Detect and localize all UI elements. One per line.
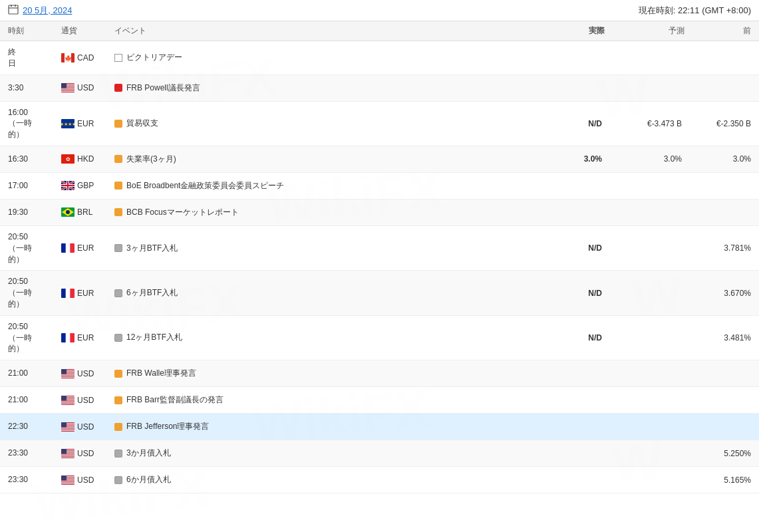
svg-rect-63: [61, 428, 75, 429]
event-currency: USD: [61, 417, 114, 437]
event-table: 終日 🍁 CAD ビクトリアデー 3:30 USD FRB Powell議長発言…: [0, 41, 759, 493]
event-name: 6か月債入札: [114, 469, 525, 491]
currency-code: GBP: [77, 181, 94, 190]
event-time: 22:30: [8, 416, 61, 438]
currency-code: BRL: [77, 207, 92, 217]
event-time: 20:50（一時的）: [8, 316, 61, 360]
importance-medium: [114, 370, 122, 378]
currency-flag: [61, 449, 75, 458]
col-prev: 前: [684, 25, 751, 37]
table-row[interactable]: 3:30 USD FRB Powell議長発言: [0, 75, 759, 102]
event-actual: [525, 53, 605, 63]
svg-rect-41: [61, 333, 66, 342]
table-row[interactable]: 終日 🍁 CAD ビクトリアデー: [0, 41, 759, 75]
event-prev: 3.781%: [684, 238, 751, 258]
currency-code: USD: [77, 369, 94, 378]
event-name: BoE Broadbent金融政策委員会委員スピーチ: [114, 175, 525, 197]
currency-code: EUR: [77, 289, 94, 298]
event-prev: [684, 180, 751, 191]
currency-code: USD: [77, 422, 94, 432]
svg-rect-65: [61, 422, 67, 428]
svg-rect-46: [61, 374, 75, 374]
event-time: 20:50（一時的）: [8, 226, 61, 270]
currency-flag: [61, 289, 75, 298]
importance-low: [114, 244, 122, 252]
event-currency: EUR: [61, 238, 114, 258]
table-row[interactable]: 20:50（一時的） EUR 6ヶ月BTF入札 N/D 3.670%: [0, 271, 759, 315]
event-forecast: [605, 82, 684, 93]
svg-rect-35: [61, 243, 66, 253]
svg-rect-12: [61, 88, 75, 89]
table-row[interactable]: 16:00（一時的） ★★★★★★★★★★★★ EUR 貿易収支 N/D €-3…: [0, 102, 759, 146]
event-prev: [684, 53, 751, 63]
table-row[interactable]: 17:00 GBP BoE Broadbent金融政策委員会委員スピーチ: [0, 173, 759, 200]
importance-medium: [114, 120, 122, 128]
col-currency: 通貨: [61, 25, 114, 37]
currency-code: EUR: [77, 333, 94, 342]
event-name: 3ヶ月BTF入札: [114, 237, 525, 259]
svg-rect-56: [61, 404, 75, 404]
event-forecast: [605, 288, 684, 299]
svg-rect-13: [61, 90, 75, 90]
event-time: 23:30: [8, 469, 61, 491]
event-currency: 🍁 CAD: [61, 48, 114, 68]
event-actual: [525, 180, 605, 191]
importance-low: [114, 450, 122, 458]
table-row[interactable]: 23:30 USD 3か月債入札 5.250%: [0, 440, 759, 467]
event-actual: [525, 207, 605, 217]
event-time: 21:00: [8, 389, 61, 411]
table-row[interactable]: 21:00 USD FRB Walle理事発言: [0, 360, 759, 387]
event-currency: USD: [61, 470, 114, 490]
event-prev: 5.250%: [684, 444, 751, 464]
svg-rect-6: [71, 53, 75, 63]
currency-flag: [61, 207, 75, 217]
svg-rect-15: [61, 83, 67, 88]
header-date: 20 5月, 2024: [8, 4, 72, 17]
event-name: FRB Barr監督副議長の発言: [114, 389, 525, 411]
svg-rect-47: [61, 375, 75, 376]
event-actual: N/D: [525, 328, 605, 348]
event-name: ビクトリアデー: [114, 47, 525, 68]
event-currency: BRL: [61, 202, 114, 222]
currency-flag: 🍁: [61, 53, 75, 63]
table-row[interactable]: 21:00 USD FRB Barr監督副議長の発言: [0, 387, 759, 414]
event-forecast: €-3.473 B: [605, 114, 684, 134]
event-name: 貿易収支: [114, 112, 525, 134]
event-actual: N/D: [525, 238, 605, 258]
svg-rect-48: [61, 377, 75, 378]
calendar-icon: [8, 4, 19, 17]
event-forecast: [605, 448, 684, 459]
event-actual: [525, 475, 605, 485]
event-time: 21:00: [8, 362, 61, 384]
currency-code: USD: [77, 83, 94, 92]
event-time: 23:30: [8, 442, 61, 464]
svg-rect-81: [61, 475, 67, 481]
svg-rect-70: [61, 454, 75, 454]
event-currency: USD: [61, 390, 114, 410]
table-row[interactable]: 20:50（一時的） EUR 3ヶ月BTF入札 N/D 3.781%: [0, 226, 759, 271]
currency-flag: [61, 396, 75, 405]
date-link[interactable]: 20 5月, 2024: [23, 5, 72, 17]
svg-rect-14: [61, 91, 75, 92]
table-row[interactable]: 22:30 USD FRB Jefferson理事発言: [0, 414, 759, 440]
svg-rect-71: [61, 455, 75, 456]
event-currency: USD: [61, 444, 114, 464]
currency-code: USD: [77, 396, 94, 405]
table-row[interactable]: 19:30 BRL BCB Focusマーケットレポート: [0, 200, 759, 226]
importance-low: [114, 289, 122, 297]
currency-code: USD: [77, 475, 94, 485]
event-forecast: [605, 243, 684, 253]
event-forecast: [605, 368, 684, 379]
svg-rect-54: [61, 400, 75, 401]
event-name: 失業率(3ヶ月): [114, 148, 525, 170]
event-prev: [684, 82, 751, 93]
event-currency: EUR: [61, 328, 114, 348]
event-time: 3:30: [8, 77, 61, 99]
event-currency: USD: [61, 78, 114, 98]
table-row[interactable]: 23:30 USD 6か月債入札 5.165%: [0, 467, 759, 493]
table-row[interactable]: 20:50（一時的） EUR 12ヶ月BTF入札 N/D 3.481%: [0, 316, 759, 360]
svg-rect-79: [61, 481, 75, 482]
currency-code: USD: [77, 449, 94, 458]
currency-flag: [61, 243, 75, 253]
table-row[interactable]: 16:30 ✿ HKD 失業率(3ヶ月) 3.0% 3.0% 3.0%: [0, 146, 759, 173]
